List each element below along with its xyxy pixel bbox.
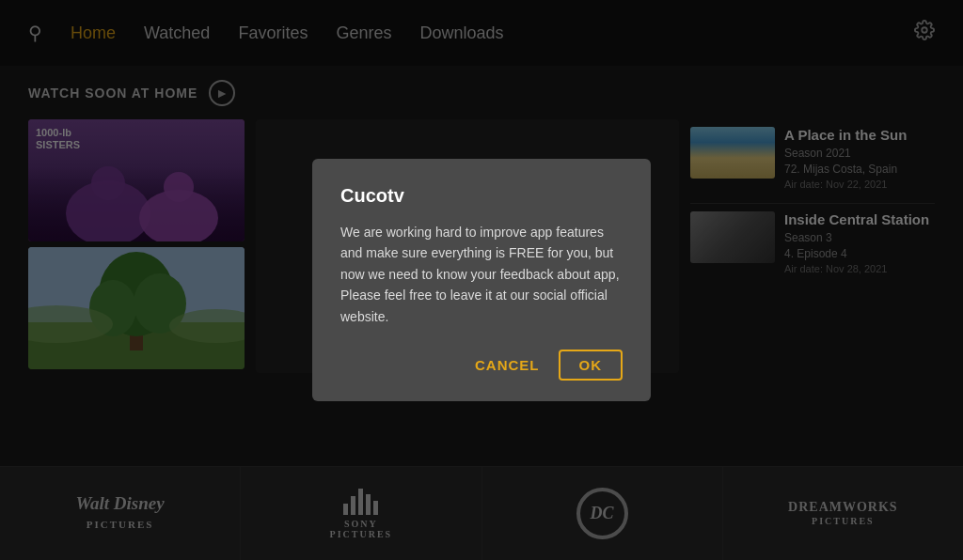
modal-dialog: Cucotv We are working hard to improve ap… [312, 159, 651, 401]
cancel-button[interactable]: CANCEL [475, 357, 540, 373]
ok-button[interactable]: OK [559, 350, 624, 381]
modal-title: Cucotv [340, 185, 623, 207]
modal-overlay: Cucotv We are working hard to improve ap… [0, 0, 963, 560]
modal-body: We are working hard to improve app featu… [340, 222, 623, 327]
modal-actions: CANCEL OK [340, 350, 623, 381]
